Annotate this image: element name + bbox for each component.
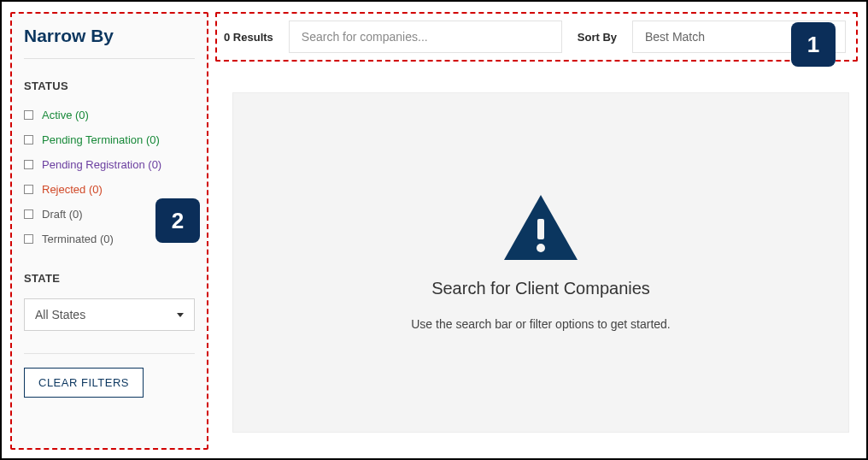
filter-label: Draft (0) <box>42 208 83 221</box>
annotation-callout-2: 2 <box>155 198 200 243</box>
filter-label: Terminated (0) <box>42 233 114 245</box>
checkbox-icon[interactable] <box>24 185 33 194</box>
checkbox-icon[interactable] <box>24 110 33 120</box>
filter-label: Rejected (0) <box>42 183 103 196</box>
checkbox-icon[interactable] <box>24 160 33 169</box>
status-filter-pending-termination[interactable]: Pending Termination (0) <box>24 127 195 152</box>
empty-title: Search for Client Companies <box>431 279 650 298</box>
annotation-callout-1: 1 <box>791 22 836 67</box>
sort-select-value: Best Match <box>645 30 705 44</box>
filter-label: Pending Termination (0) <box>42 133 160 146</box>
filter-label: Pending Registration (0) <box>42 158 161 171</box>
status-section-label: STATUS <box>24 80 195 92</box>
results-toolbar: 0 Results Sort By Best Match <box>215 12 858 62</box>
chevron-down-icon <box>177 313 184 317</box>
svg-rect-0 <box>537 219 544 239</box>
checkbox-icon[interactable] <box>24 234 33 244</box>
empty-state: Search for Client Companies Use the sear… <box>232 92 849 433</box>
empty-subtitle: Use the search bar or filter options to … <box>411 317 671 331</box>
search-input[interactable] <box>289 21 562 53</box>
results-count: 0 Results <box>224 31 273 44</box>
checkbox-icon[interactable] <box>24 209 33 219</box>
state-select[interactable]: All States <box>24 298 195 331</box>
clear-filters-button[interactable]: CLEAR FILTERS <box>24 368 144 398</box>
state-select-value: All States <box>35 308 85 321</box>
filter-label: Active (0) <box>42 109 89 121</box>
divider <box>24 353 195 354</box>
sidebar-title: Narrow By <box>24 19 195 59</box>
status-filter-pending-registration[interactable]: Pending Registration (0) <box>24 152 195 177</box>
main-area: 0 Results Sort By Best Match Search for … <box>208 12 858 450</box>
sortby-label: Sort By <box>578 31 617 44</box>
svg-point-1 <box>537 244 545 252</box>
status-filter-active[interactable]: Active (0) <box>24 103 195 127</box>
checkbox-icon[interactable] <box>24 135 33 144</box>
warning-icon <box>504 195 578 260</box>
state-section-label: STATE <box>24 272 195 285</box>
